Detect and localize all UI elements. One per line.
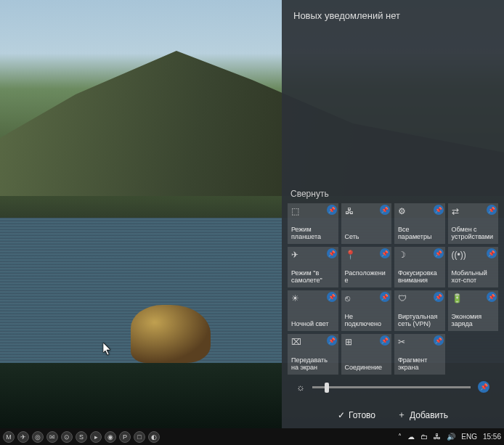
quick-tile-7[interactable]: 📌((•))Мобильный хот-спот: [448, 247, 499, 287]
language-indicator[interactable]: ENG: [461, 433, 477, 441]
quick-tile-14[interactable]: 📌✂Фрагмент экрана: [394, 334, 445, 375]
tray-volume-icon[interactable]: 🔊: [447, 433, 455, 441]
tile-label: Обмен с устройствами: [452, 226, 495, 241]
tile-label: Не подключено: [345, 314, 389, 328]
tray-chevron-icon[interactable]: ˄: [398, 433, 402, 441]
taskbar-right: ˄ ☁ 🗀 🖧 🔊 ENG 15:56: [398, 433, 501, 441]
tile-label: Режим планшета: [291, 226, 335, 241]
taskbar-app-icon-6[interactable]: ▸: [90, 431, 102, 443]
quick-tile-11[interactable]: 📌🔋Экономия заряда: [448, 290, 499, 331]
tile-icon: ⚙: [398, 206, 442, 216]
quick-action-tiles: 📌⬚Режим планшета📌🖧Сеть📌⚙Все параметры📌⇄О…: [288, 203, 498, 375]
quick-tile-4[interactable]: 📌✈Режим "в самолете": [288, 247, 338, 287]
tile-label: Сеть: [345, 234, 389, 241]
done-label: Готово: [349, 410, 375, 420]
pin-icon[interactable]: 📌: [478, 381, 489, 393]
tile-icon: ✂: [398, 337, 442, 347]
quick-tile-12[interactable]: 📌⌧Передавать на экран: [288, 334, 338, 375]
add-label: Добавить: [410, 410, 448, 420]
tile-icon: 🔋: [452, 293, 495, 303]
action-center-panel: Новых уведомлений нет Свернуть 📌⬚Режим п…: [282, 0, 504, 428]
clock[interactable]: 15:56: [483, 433, 501, 441]
tile-label: Режим "в самолете": [291, 270, 335, 285]
tile-icon: 🖧: [345, 206, 389, 216]
tile-icon: ☀: [291, 293, 335, 303]
tile-icon: ⎋: [345, 293, 389, 303]
quick-tile-6[interactable]: 📌☽Фокусировка внимания: [394, 247, 445, 287]
taskbar-left: M✈◎✉⊙S▸◉P□◐: [3, 431, 160, 443]
taskbar-app-icon-5[interactable]: S: [76, 431, 87, 443]
ac-header: Новых уведомлений нет: [282, 0, 504, 31]
quick-tile-1[interactable]: 📌🖧Сеть: [341, 203, 392, 244]
tile-icon: ⬚: [291, 206, 335, 216]
slider-thumb[interactable]: [325, 383, 329, 393]
taskbar-app-icon-9[interactable]: □: [134, 431, 145, 443]
taskbar-app-icon-10[interactable]: ◐: [148, 431, 160, 443]
brightness-icon: ☼: [296, 382, 305, 393]
tray-network-icon[interactable]: 🖧: [434, 433, 441, 441]
tile-label: Экономия заряда: [452, 314, 495, 328]
taskbar-app-icon-2[interactable]: ◎: [32, 431, 44, 443]
taskbar-app-icon-0[interactable]: M: [3, 431, 15, 443]
tile-label: Соединение: [345, 364, 389, 372]
tile-label: Фокусировка внимания: [398, 270, 442, 285]
quick-tile-2[interactable]: 📌⚙Все параметры: [394, 203, 445, 244]
collapse-link[interactable]: Свернуть: [290, 189, 329, 199]
tile-icon: ✈: [291, 250, 335, 260]
tile-icon: ☽: [398, 250, 442, 260]
brightness-row: ☼ 📌: [296, 376, 489, 398]
quick-tile-9[interactable]: 📌⎋Не подключено: [341, 290, 392, 331]
taskbar: M✈◎✉⊙S▸◉P□◐ ˄ ☁ 🗀 🖧 🔊 ENG 15:56: [0, 428, 504, 445]
tile-label: Расположение: [345, 270, 389, 285]
taskbar-app-icon-3[interactable]: ✉: [46, 431, 58, 443]
quick-tile-3[interactable]: 📌⇄Обмен с устройствами: [448, 203, 499, 244]
quick-tile-10[interactable]: 📌🛡Виртуальная сеть (VPN): [394, 290, 445, 331]
tile-label: Передавать на экран: [291, 357, 335, 372]
quick-tile-13[interactable]: 📌⊞Соединение: [341, 334, 392, 375]
tile-label: Виртуальная сеть (VPN): [398, 314, 442, 328]
tile-icon: 🛡: [398, 293, 442, 303]
tile-label: Мобильный хот-спот: [452, 270, 495, 285]
ac-notification-area: [282, 31, 504, 198]
tile-label: Ночной свет: [291, 321, 335, 328]
tile-icon: ⌧: [291, 337, 335, 347]
tile-label: Все параметры: [398, 226, 442, 241]
done-button[interactable]: ✓ Готово: [338, 409, 375, 421]
tile-icon: 📍: [345, 250, 389, 260]
add-button[interactable]: ＋ Добавить: [397, 409, 448, 421]
mouse-cursor: [103, 343, 112, 356]
quick-tile-0[interactable]: 📌⬚Режим планшета: [288, 203, 338, 244]
quick-tile-5[interactable]: 📌📍Расположение: [341, 247, 392, 287]
taskbar-app-icon-1[interactable]: ✈: [17, 431, 29, 443]
tile-icon: ⊞: [345, 337, 389, 347]
ac-footer: ✓ Готово ＋ Добавить: [282, 409, 504, 421]
taskbar-app-icon-7[interactable]: ◉: [105, 431, 116, 443]
brightness-slider[interactable]: [312, 386, 471, 388]
tile-icon: ⇄: [452, 206, 495, 216]
tile-icon: ((•)): [452, 250, 495, 260]
taskbar-app-icon-8[interactable]: P: [119, 431, 131, 443]
tray-cloud-icon[interactable]: ☁: [407, 433, 415, 441]
quick-tile-8[interactable]: 📌☀Ночной свет: [288, 290, 338, 331]
tray-folder-icon[interactable]: 🗀: [420, 433, 428, 441]
tile-label: Фрагмент экрана: [398, 357, 442, 372]
wallpaper-rock: [131, 305, 211, 363]
taskbar-app-icon-4[interactable]: ⊙: [61, 431, 73, 443]
